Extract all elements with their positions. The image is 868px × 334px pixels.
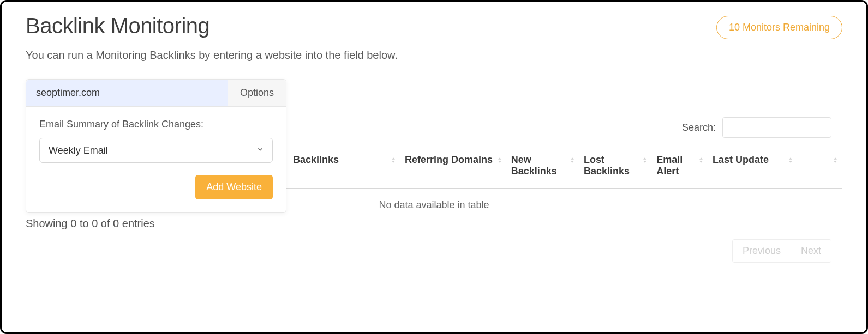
search-label: Search: [682, 122, 716, 133]
add-website-panel: Options Email Summary of Backlink Change… [26, 79, 286, 213]
page-subtitle: You can run a Monitoring Backlinks by en… [26, 49, 842, 62]
app-frame: Backlink Monitoring 10 Monitors Remainin… [0, 0, 868, 334]
pager: Previous Next [732, 239, 831, 263]
header-row: Backlink Monitoring 10 Monitors Remainin… [26, 14, 842, 39]
next-button[interactable]: Next [791, 240, 831, 262]
column-header-actions[interactable] [798, 148, 842, 189]
panel-tabs: Options [26, 80, 286, 107]
search-input[interactable] [722, 117, 831, 138]
sort-icon [641, 155, 649, 165]
column-header-last-update[interactable]: Last Update [708, 148, 798, 189]
column-header-label: Backlinks [293, 154, 339, 165]
column-header-label: Email Alert [656, 154, 683, 177]
sort-icon [831, 155, 839, 165]
column-header-label: Lost Backlinks [584, 154, 630, 177]
panel-body: Email Summary of Backlink Changes: Weekl… [26, 107, 286, 212]
column-header-new-backlinks[interactable]: New Backlinks [507, 148, 579, 189]
options-tab[interactable]: Options [228, 80, 286, 106]
sort-icon [697, 155, 705, 165]
sort-icon [568, 155, 576, 165]
panel-footer: Add Website [39, 175, 273, 199]
search-row: Search: [682, 117, 831, 138]
column-header-label: Referring Domains [405, 154, 493, 165]
column-header-email-alert[interactable]: Email Alert [652, 148, 708, 189]
email-summary-label: Email Summary of Backlink Changes: [39, 119, 273, 130]
frequency-select-wrap: Weekly Email [39, 138, 273, 163]
page-title: Backlink Monitoring [26, 14, 209, 38]
column-header-referring-domains[interactable]: Referring Domains [400, 148, 507, 189]
sort-icon [390, 155, 397, 165]
sort-icon [496, 155, 504, 165]
sort-icon [787, 155, 794, 165]
previous-button[interactable]: Previous [733, 240, 791, 262]
frequency-select[interactable]: Weekly Email [39, 138, 273, 163]
column-header-label: New Backlinks [511, 154, 557, 177]
add-website-button[interactable]: Add Website [195, 175, 273, 199]
column-header-backlinks[interactable]: Backlinks [289, 148, 400, 189]
website-input[interactable] [26, 80, 228, 106]
column-header-label: Last Update [713, 154, 769, 165]
table-info: Showing 0 to 0 of 0 entries [26, 217, 155, 230]
column-header-lost-backlinks[interactable]: Lost Backlinks [579, 148, 652, 189]
monitors-remaining-badge: 10 Monitors Remaining [716, 16, 842, 39]
